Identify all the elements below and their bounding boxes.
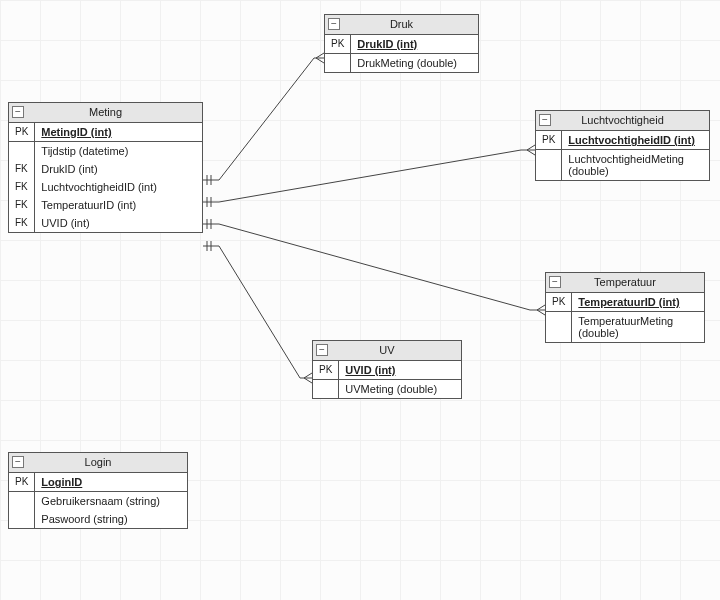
entity-druk: − Druk PKDrukID (int) DrukMeting (double… xyxy=(324,14,479,73)
entity-title: − Druk xyxy=(325,15,478,35)
collapse-icon[interactable]: − xyxy=(328,18,340,30)
collapse-icon[interactable]: − xyxy=(12,106,24,118)
column-key: PK xyxy=(325,35,351,54)
column-label: LoginID xyxy=(35,473,187,492)
entity-title-label: Luchtvochtigheid xyxy=(581,114,664,126)
column-label: Gebruikersnaam (string) xyxy=(35,492,187,511)
entity-title: − Luchtvochtigheid xyxy=(536,111,709,131)
column-row: PKTemperatuurID (int) xyxy=(546,293,704,312)
column-row: LuchtvochtigheidMeting (double) xyxy=(536,150,709,181)
column-label: Paswoord (string) xyxy=(35,510,187,528)
column-key: PK xyxy=(546,293,572,312)
column-key xyxy=(536,150,562,181)
column-key xyxy=(325,54,351,73)
entity-title-label: Temperatuur xyxy=(594,276,656,288)
entity-columns: PKMetingID (int) Tijdstip (datetime) FKD… xyxy=(9,123,202,232)
entity-title: − Temperatuur xyxy=(546,273,704,293)
column-label: MetingID (int) xyxy=(35,123,202,142)
svg-line-24 xyxy=(304,373,312,378)
column-row: PKUVID (int) xyxy=(313,361,461,380)
column-row: PKLuchtvochtigheidID (int) xyxy=(536,131,709,150)
column-label: DrukID (int) xyxy=(351,35,478,54)
svg-line-25 xyxy=(304,378,312,383)
column-row: FKTemperatuurID (int) xyxy=(9,196,202,214)
column-row: DrukMeting (double) xyxy=(325,54,478,73)
svg-line-8 xyxy=(219,150,521,202)
column-row: TemperatuurMeting (double) xyxy=(546,312,704,343)
column-row: PKLoginID xyxy=(9,473,187,492)
entity-title: − Meting xyxy=(9,103,202,123)
column-key: PK xyxy=(9,473,35,492)
column-key: FK xyxy=(9,196,35,214)
collapse-icon[interactable]: − xyxy=(539,114,551,126)
column-label: LuchtvochtigheidID (int) xyxy=(562,131,709,150)
column-label: DrukMeting (double) xyxy=(351,54,478,73)
svg-line-22 xyxy=(219,246,300,378)
column-key xyxy=(546,312,572,343)
column-key: PK xyxy=(536,131,562,150)
column-row: UVMeting (double) xyxy=(313,380,461,399)
svg-line-18 xyxy=(537,310,545,315)
svg-line-4 xyxy=(316,58,324,63)
column-key: FK xyxy=(9,178,35,196)
entity-temperatuur: − Temperatuur PKTemperatuurID (int) Temp… xyxy=(545,272,705,343)
column-label: UVID (int) xyxy=(339,361,461,380)
column-label: TemperatuurID (int) xyxy=(572,293,704,312)
collapse-icon[interactable]: − xyxy=(316,344,328,356)
entity-title: − UV xyxy=(313,341,461,361)
entity-title-label: Login xyxy=(85,456,112,468)
collapse-icon[interactable]: − xyxy=(549,276,561,288)
entity-meting: − Meting PKMetingID (int) Tijdstip (date… xyxy=(8,102,203,233)
column-label: UVID (int) xyxy=(35,214,202,232)
column-key xyxy=(9,142,35,161)
entity-login: − Login PKLoginID Gebruikersnaam (string… xyxy=(8,452,188,529)
column-label: DrukID (int) xyxy=(35,160,202,178)
column-label: TemperatuurMeting (double) xyxy=(572,312,704,343)
entity-luchtvochtigheid: − Luchtvochtigheid PKLuchtvochtigheidID … xyxy=(535,110,710,181)
collapse-icon[interactable]: − xyxy=(12,456,24,468)
column-key: FK xyxy=(9,214,35,232)
svg-line-11 xyxy=(527,150,535,155)
column-row: FKLuchtvochtigheidID (int) xyxy=(9,178,202,196)
column-row: Gebruikersnaam (string) xyxy=(9,492,187,511)
column-row: PKDrukID (int) xyxy=(325,35,478,54)
entity-title-label: Druk xyxy=(390,18,413,30)
svg-line-15 xyxy=(219,224,530,310)
column-row: Paswoord (string) xyxy=(9,510,187,528)
column-label: TemperatuurID (int) xyxy=(35,196,202,214)
column-label: Tijdstip (datetime) xyxy=(35,142,202,161)
entity-title-label: UV xyxy=(379,344,394,356)
column-key xyxy=(313,380,339,399)
column-key xyxy=(9,492,35,511)
entity-title: − Login xyxy=(9,453,187,473)
column-row: Tijdstip (datetime) xyxy=(9,142,202,161)
column-key xyxy=(9,510,35,528)
column-key: PK xyxy=(313,361,339,380)
column-key: FK xyxy=(9,160,35,178)
svg-line-17 xyxy=(537,305,545,310)
svg-line-1 xyxy=(219,58,314,180)
column-row: FKDrukID (int) xyxy=(9,160,202,178)
column-row: PKMetingID (int) xyxy=(9,123,202,142)
column-key: PK xyxy=(9,123,35,142)
svg-line-10 xyxy=(527,145,535,150)
column-row: FKUVID (int) xyxy=(9,214,202,232)
column-label: UVMeting (double) xyxy=(339,380,461,399)
column-label: LuchtvochtigheidID (int) xyxy=(35,178,202,196)
entity-title-label: Meting xyxy=(89,106,122,118)
column-label: LuchtvochtigheidMeting (double) xyxy=(562,150,709,181)
svg-line-3 xyxy=(316,53,324,58)
entity-uv: − UV PKUVID (int) UVMeting (double) xyxy=(312,340,462,399)
